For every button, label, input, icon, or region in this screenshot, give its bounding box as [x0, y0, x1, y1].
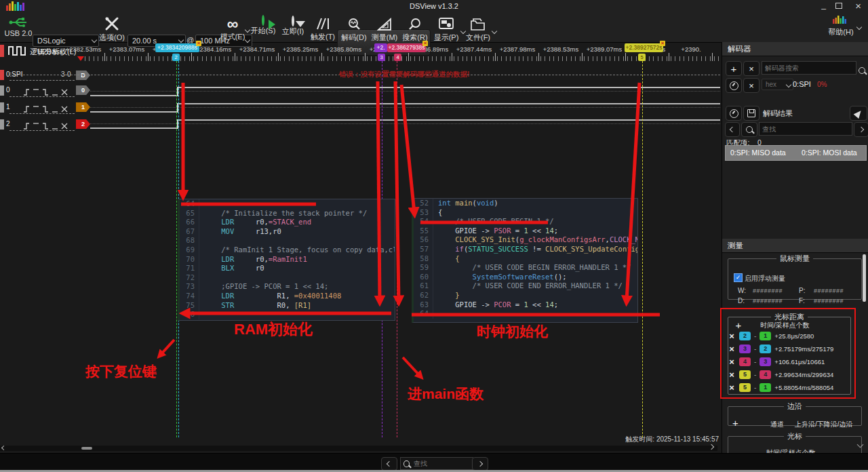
- cursor-time-flag[interactable]: +2.38627938s×: [387, 43, 426, 52]
- line-number: 68: [180, 236, 199, 245]
- decoder-panel-title: 解码器: [722, 42, 868, 56]
- next-match-button[interactable]: [854, 122, 868, 137]
- play-icon: [262, 15, 264, 26]
- mouse-measure-legend: 鼠标测量: [776, 254, 813, 264]
- cursor-time-flag[interactable]: +2.38927572s×: [625, 43, 663, 52]
- close-flag-icon[interactable]: ×: [196, 41, 201, 46]
- panel-scrollbar-thumb[interactable]: [863, 254, 866, 302]
- cursor-list-header: 时间/采样点个数: [766, 448, 816, 453]
- decoder-options-button[interactable]: [726, 78, 742, 93]
- annotation-enter-main: 进main函数: [408, 385, 484, 404]
- channel-trigger-icons[interactable]: [23, 104, 73, 116]
- horizontal-scrollbar[interactable]: [0, 446, 717, 451]
- channel-trigger-icons[interactable]: [23, 121, 73, 133]
- help-button[interactable]: 帮助(H): [826, 16, 856, 37]
- cursor-line[interactable]: [397, 61, 397, 437]
- search-icon[interactable]: [403, 460, 410, 467]
- display-button[interactable]: 显示(P): [431, 17, 461, 43]
- channel-name[interactable]: 0: [6, 86, 10, 94]
- line-number: 63: [414, 300, 433, 310]
- channel-tag[interactable]: 1: [76, 102, 90, 112]
- channel-name[interactable]: 1: [6, 103, 10, 111]
- signal-high-segment: [178, 119, 720, 121]
- goto-result-button[interactable]: [850, 106, 867, 121]
- remove-all-decoders-button[interactable]: ×: [743, 61, 760, 76]
- label-underline: [9, 80, 75, 81]
- cursor-line[interactable]: [176, 61, 177, 437]
- close-flag-icon[interactable]: ×: [660, 41, 665, 46]
- tools-icon: [104, 16, 119, 31]
- line-number: 74: [180, 292, 199, 301]
- trigger-position-marker: [77, 56, 84, 61]
- decode-button[interactable]: 解码(D): [340, 18, 368, 43]
- channel-tag[interactable]: 2: [76, 119, 90, 129]
- code-lines: 52int main(void)53{54 /* USER CODE BEGIN…: [414, 199, 637, 319]
- signal-low-segment: [90, 111, 177, 113]
- file-button[interactable]: 文件(F): [464, 17, 492, 43]
- close-flag-icon[interactable]: ×: [422, 41, 428, 46]
- search-magnifier-icon: [408, 18, 422, 31]
- column-miso[interactable]: 0:SPI: MISO data: [730, 146, 786, 160]
- remove-decoder-button[interactable]: ×: [743, 78, 760, 93]
- mode-button[interactable]: ∞ 模式(E): [218, 17, 247, 42]
- code-line: 76: [180, 310, 395, 319]
- channel-name[interactable]: 2: [6, 120, 10, 127]
- search-prev-button[interactable]: [381, 457, 397, 471]
- line-number: 60: [414, 273, 433, 282]
- search-next-button[interactable]: [472, 457, 488, 471]
- title-bar: DSView v1.3.2 _ ×: [0, 0, 868, 14]
- decoder-tag[interactable]: D: [76, 71, 90, 80]
- cursor-pointer-tag[interactable]: 3: [378, 54, 385, 61]
- bottom-search-input[interactable]: [412, 459, 470, 468]
- decoder-progress: 0%: [817, 81, 827, 88]
- result-search-button[interactable]: [741, 122, 757, 137]
- single-capture-icon: [292, 16, 294, 26]
- restore-icon[interactable]: [835, 1, 842, 11]
- add-edge-count-button[interactable]: +: [732, 417, 738, 429]
- close-icon[interactable]: ×: [855, 0, 861, 12]
- cursor-pointer-tag[interactable]: 5: [638, 54, 646, 61]
- scroll-left-icon[interactable]: [1, 446, 6, 450]
- save-results-button[interactable]: [743, 106, 760, 121]
- line-number: 70: [180, 255, 199, 264]
- minimize-icon[interactable]: _: [821, 0, 826, 9]
- line-number: 62: [414, 291, 433, 300]
- result-columns-header[interactable]: 0:SPI: MISO data 0:SPI: MOSI data: [725, 145, 867, 161]
- results-options-button[interactable]: [726, 106, 742, 121]
- prev-match-button[interactable]: [725, 122, 740, 137]
- bottom-search-box[interactable]: [400, 457, 473, 470]
- decoder-instance-label[interactable]: 0:SPI: [793, 80, 811, 88]
- chevron-down-icon: [856, 24, 862, 30]
- scrollbar-thumb[interactable]: [81, 447, 92, 450]
- result-find-input[interactable]: [759, 122, 852, 136]
- trigger-edge-icons[interactable]: [23, 105, 73, 113]
- cursor-line[interactable]: [642, 61, 643, 437]
- format-select[interactable]: hex: [762, 79, 793, 90]
- line-number: 66: [180, 218, 199, 227]
- cursor-pointer-tag[interactable]: 4: [394, 54, 401, 61]
- decoder-search-icon[interactable]: [859, 67, 865, 74]
- add-decoder-button[interactable]: +: [726, 61, 742, 76]
- line-number: 54: [414, 217, 433, 227]
- trigger-edge-icons[interactable]: [23, 88, 73, 96]
- decoder-search-input[interactable]: [762, 61, 856, 75]
- cursor-pointer-tag[interactable]: 2: [172, 54, 180, 61]
- chevron-left-icon: [730, 127, 735, 132]
- ruler-timestamp: +2387.44ms: [452, 45, 496, 53]
- options-button[interactable]: 选项(O): [99, 16, 125, 43]
- search-button[interactable]: 搜索(R): [401, 18, 429, 43]
- cursor-time-flag[interactable]: +2.383420988s×: [155, 43, 199, 52]
- search-icon: [746, 126, 753, 133]
- channel-color-bar: [0, 102, 4, 113]
- instant-button[interactable]: 立即(I): [279, 17, 307, 37]
- channel-tag[interactable]: 0: [76, 85, 90, 95]
- trigger-button[interactable]: 触发(T): [309, 17, 337, 42]
- start-button[interactable]: 开始(S): [250, 16, 277, 36]
- cursor-time-flag[interactable]: +2.: [374, 43, 387, 52]
- floating-measure-checkbox[interactable]: ✓: [734, 273, 743, 282]
- channel-trigger-icons[interactable]: [23, 87, 73, 99]
- bottom-search-bar: [0, 453, 868, 471]
- measure-button[interactable]: 测量(M): [370, 18, 399, 43]
- column-mosi[interactable]: 0:SPI: MOSI data: [802, 146, 857, 160]
- trigger-edge-icons[interactable]: [23, 122, 73, 130]
